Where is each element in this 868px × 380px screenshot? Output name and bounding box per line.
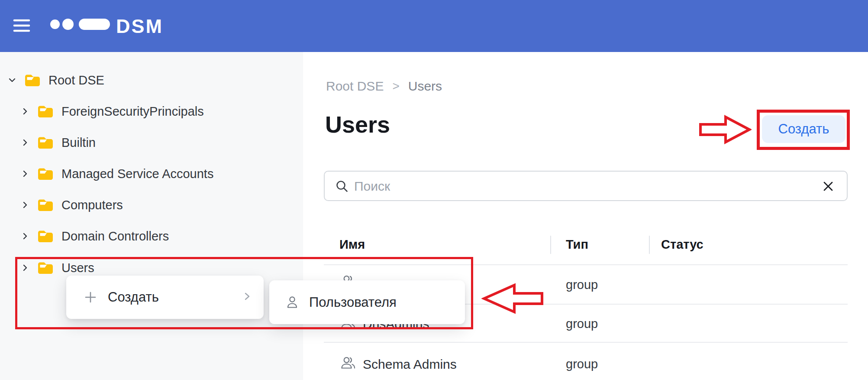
row-type: group: [566, 357, 598, 371]
app-title: DSM: [116, 15, 163, 38]
tree-item-computers[interactable]: Computers: [20, 196, 123, 214]
folder-icon: [37, 167, 54, 181]
search-bar: [324, 171, 848, 201]
chevron-right-icon: [20, 137, 30, 148]
app-logo-icon: [50, 18, 111, 32]
row-type: group: [566, 278, 598, 292]
submenu-item-label: Пользователя: [309, 295, 397, 310]
tree-item-label: Builtin: [61, 136, 96, 150]
user-icon: [285, 295, 300, 310]
folder-icon: [37, 229, 54, 243]
folder-icon: [24, 73, 41, 87]
tree-item-builtin[interactable]: Builtin: [20, 134, 96, 151]
submenu-item-create-user[interactable]: Пользователя: [269, 280, 465, 324]
chevron-right-icon: [20, 231, 30, 241]
tree-item-users[interactable]: Users: [20, 259, 94, 276]
chevron-right-icon: [20, 263, 30, 273]
search-input[interactable]: [353, 172, 805, 201]
plus-icon: [84, 290, 97, 304]
tree-item-label: Computers: [61, 198, 123, 212]
breadcrumb-separator: >: [392, 79, 399, 93]
row-type: group: [566, 317, 598, 331]
column-header-status: Статус: [661, 237, 703, 252]
row-name: Schema Admins: [363, 357, 457, 372]
chevron-down-icon: [7, 75, 17, 85]
clear-search-icon[interactable]: [822, 180, 835, 195]
chevron-right-icon: [20, 169, 30, 179]
tree-item-managed-service-accounts[interactable]: Managed Service Accounts: [20, 165, 213, 182]
tree-item-root-dse[interactable]: Root DSE: [7, 71, 104, 89]
tree-item-label: Users: [61, 261, 94, 275]
context-menu-item-create[interactable]: Создать: [66, 276, 264, 319]
chevron-right-icon: [20, 106, 30, 117]
tree-item-label: Root DSE: [48, 73, 104, 88]
breadcrumb-item-users: Users: [408, 79, 442, 94]
chevron-right-icon: [20, 200, 30, 210]
screen: DSM Root DSE ForeignSecurityPrincipals B…: [0, 0, 868, 380]
folder-icon: [37, 104, 54, 118]
column-header-name: Имя: [339, 237, 365, 252]
create-button[interactable]: Создать: [762, 115, 845, 143]
tree-item-foreignsecurityprincipals[interactable]: ForeignSecurityPrincipals: [20, 103, 204, 120]
tree-item-label: Managed Service Accounts: [61, 167, 213, 181]
page-title: Users: [325, 111, 390, 138]
submenu-chevron-icon: [243, 291, 252, 304]
top-navbar: DSM: [0, 0, 868, 52]
column-divider: [550, 236, 551, 254]
tree-item-domain-controllers[interactable]: Domain Controllers: [20, 227, 169, 245]
column-divider: [649, 236, 650, 254]
context-menu-item-label: Создать: [108, 289, 159, 305]
column-header-type: Тип: [566, 237, 588, 252]
breadcrumb-item-root-dse[interactable]: Root DSE: [326, 79, 384, 94]
search-icon: [335, 179, 349, 195]
folder-icon: [37, 136, 54, 149]
tree-item-label: Domain Controllers: [61, 229, 169, 244]
breadcrumb: Root DSE > Users: [326, 79, 442, 94]
folder-icon: [37, 198, 54, 212]
tree-item-label: ForeignSecurityPrincipals: [61, 104, 204, 119]
hamburger-menu-icon[interactable]: [13, 18, 30, 35]
folder-icon: [37, 261, 54, 275]
group-icon: [340, 355, 356, 373]
sidebar-tree-panel: Root DSE ForeignSecurityPrincipals Built…: [0, 52, 303, 380]
